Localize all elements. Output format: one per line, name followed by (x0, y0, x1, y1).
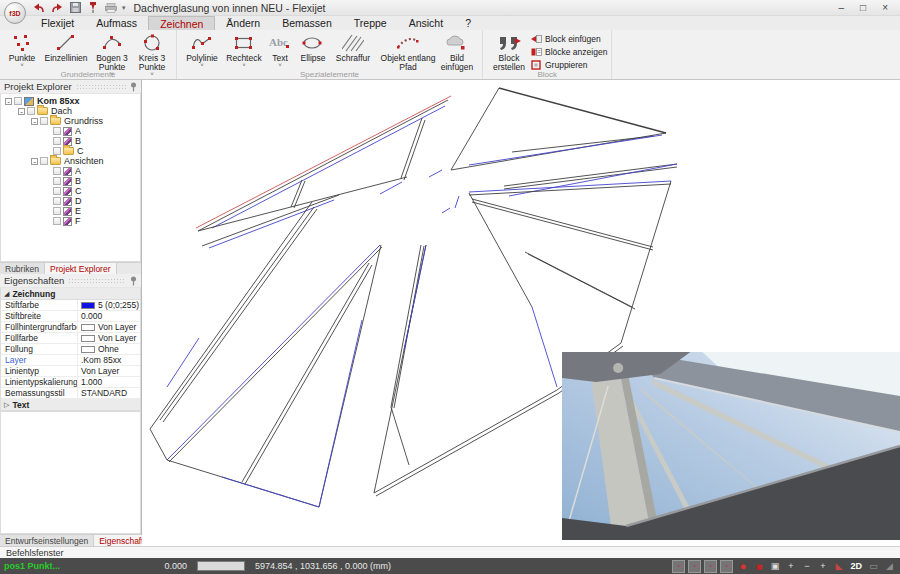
dropdown-caret-icon[interactable]: ˅ (20, 63, 24, 68)
tree-item-ansicht-b[interactable]: B (1, 176, 140, 186)
pan-icon[interactable]: + (784, 560, 797, 573)
dropdown-caret-icon[interactable]: ˅ (278, 63, 282, 68)
pen-color-swatch[interactable] (81, 302, 95, 309)
tree-item-grundriss-b[interactable]: B (1, 136, 140, 146)
tab-ansicht[interactable]: Ansicht (398, 16, 454, 30)
objekt-entlang-pfad-button[interactable]: Objekt entlang Pfad (380, 31, 436, 72)
tab-rubriken[interactable]: Rubriken (0, 263, 45, 274)
tab-help[interactable]: ? (454, 16, 482, 30)
tree-item-ansichten[interactable]: - Ansichten (1, 156, 140, 166)
redo-button[interactable] (50, 1, 64, 14)
qat-dropdown-icon[interactable]: ▾ (122, 4, 126, 12)
tree-item-grundriss-c[interactable]: C (1, 146, 140, 156)
print-button[interactable] (104, 1, 118, 14)
expanded-triangle-icon[interactable]: ◢ (4, 290, 9, 298)
tree-checkbox[interactable] (40, 157, 48, 165)
command-window-bar[interactable]: Befehlsfenster (0, 546, 900, 558)
polylinie-button[interactable]: Polylinie ˅ (181, 31, 223, 68)
drawing-canvas[interactable] (142, 80, 900, 546)
tree-item-ansicht-d[interactable]: D (1, 196, 140, 206)
tree-checkbox[interactable] (53, 207, 61, 215)
property-value[interactable]: Von Layer (77, 366, 140, 376)
tab-flexijet[interactable]: Flexijet (30, 16, 85, 30)
tree-item-kom85xx[interactable]: - Kom 85xx (1, 96, 140, 106)
tree-checkbox[interactable] (53, 137, 61, 145)
solid-mode-icon[interactable]: ■ (752, 560, 765, 573)
property-value[interactable]: Von Layer (77, 322, 140, 332)
pin-icon[interactable] (130, 276, 137, 286)
tree-checkbox[interactable] (53, 177, 61, 185)
tree-expander-icon[interactable]: - (31, 118, 38, 125)
dropdown-caret-icon[interactable]: ˅ (200, 63, 204, 68)
fill-bg-color-swatch[interactable] (81, 324, 95, 331)
property-group-text[interactable]: ▷ Text (1, 399, 140, 411)
tree-item-dach[interactable]: - Dach (1, 106, 140, 116)
tree-item-ansicht-f[interactable]: F (1, 216, 140, 226)
property-value[interactable]: 5 (0;0;255) (77, 300, 140, 310)
minimize-button[interactable]: – (839, 3, 845, 13)
tree-expander-icon[interactable]: - (18, 108, 25, 115)
property-value[interactable]: .Kom 85xx (77, 355, 140, 365)
window-layout-icon[interactable]: ▭ (867, 560, 880, 573)
einzellinien-button[interactable]: Einzellinien (40, 31, 92, 63)
text-button[interactable]: Abc Text ˅ (265, 31, 295, 68)
render-mode-icon[interactable]: ● (736, 560, 749, 573)
zoom-out-icon[interactable]: − (800, 560, 813, 573)
tree-checkbox[interactable] (53, 127, 61, 135)
tab-treppe[interactable]: Treppe (343, 16, 398, 30)
block-erstellen-button[interactable]: Block erstellen (487, 31, 531, 72)
tab-bemassen[interactable]: Bemassen (271, 16, 343, 30)
snap-icon[interactable]: ▣ (768, 560, 781, 573)
save-button[interactable] (68, 1, 82, 14)
bloecke-anzeigen-button[interactable]: Blöcke anzeigen (531, 46, 607, 58)
tree-checkbox[interactable] (27, 107, 35, 115)
tree-checkbox[interactable] (14, 97, 22, 105)
pin-icon[interactable] (130, 82, 137, 92)
tree-checkbox[interactable] (53, 147, 61, 155)
tree-expander-icon[interactable]: - (31, 158, 38, 165)
tree-item-ansicht-c[interactable]: C (1, 186, 140, 196)
rechteck-button[interactable]: Rechteck ˅ (223, 31, 265, 68)
property-value[interactable]: Von Layer (77, 333, 140, 343)
property-group-zeichnung[interactable]: ◢ Zeichnung (1, 288, 140, 300)
property-value[interactable]: Ohne (77, 344, 140, 354)
plumb-tool-button[interactable] (86, 1, 100, 14)
ellipse-button[interactable]: Ellipse (295, 31, 331, 63)
property-value[interactable]: 1.000 (77, 377, 140, 387)
bild-einfuegen-button[interactable]: Bild einfügen (436, 31, 478, 72)
tree-item-ansicht-a[interactable]: A (1, 166, 140, 176)
tree-expander-icon[interactable]: - (5, 98, 12, 105)
tab-aendern[interactable]: Ändern (215, 16, 271, 30)
block-einfuegen-button[interactable]: Block einfügen (531, 33, 607, 45)
fill-style-swatch[interactable] (81, 346, 95, 353)
tab-entwurfseinstellungen[interactable]: Entwurfseinstellungen (0, 535, 94, 546)
tree-checkbox[interactable] (53, 187, 61, 195)
flexijet-logo-icon[interactable]: f3D (4, 2, 26, 24)
view-cube-icon[interactable]: ▪ (704, 560, 717, 573)
view-cube-icon[interactable]: ▪ (688, 560, 701, 573)
tree-checkbox[interactable] (53, 217, 61, 225)
dropdown-caret-icon[interactable]: ˅ (242, 63, 246, 68)
maximize-button[interactable]: □ (860, 3, 866, 13)
tab-zeichnen[interactable]: Zeichnen (148, 16, 215, 30)
zoom-in-icon[interactable]: + (816, 560, 829, 573)
view-cube-icon[interactable]: ▪ (672, 560, 685, 573)
mode-2d-toggle[interactable]: 2D (850, 561, 862, 571)
tab-aufmass[interactable]: Aufmass (85, 16, 148, 30)
tree-checkbox[interactable] (53, 167, 61, 175)
tree-item-grundriss-a[interactable]: A (1, 126, 140, 136)
view-cube-icon[interactable]: ▪ (720, 560, 733, 573)
tree-checkbox[interactable] (53, 197, 61, 205)
axis-corner-icon[interactable]: ◣ (832, 560, 845, 573)
tree-checkbox[interactable] (40, 117, 48, 125)
collapsed-triangle-icon[interactable]: ▷ (4, 401, 9, 409)
tree-item-ansicht-e[interactable]: E (1, 206, 140, 216)
tree-item-grundriss[interactable]: - Grundriss (1, 116, 140, 126)
close-button[interactable]: × (882, 3, 888, 13)
resize-grip[interactable]: ◢ (883, 560, 896, 573)
punkte-button[interactable]: Punkte ˅ (4, 31, 40, 68)
undo-button[interactable] (32, 1, 46, 14)
fill-color-swatch[interactable] (81, 335, 95, 342)
schraffur-button[interactable]: Schraffur (331, 31, 375, 63)
property-value[interactable]: 0.000 (77, 311, 140, 321)
